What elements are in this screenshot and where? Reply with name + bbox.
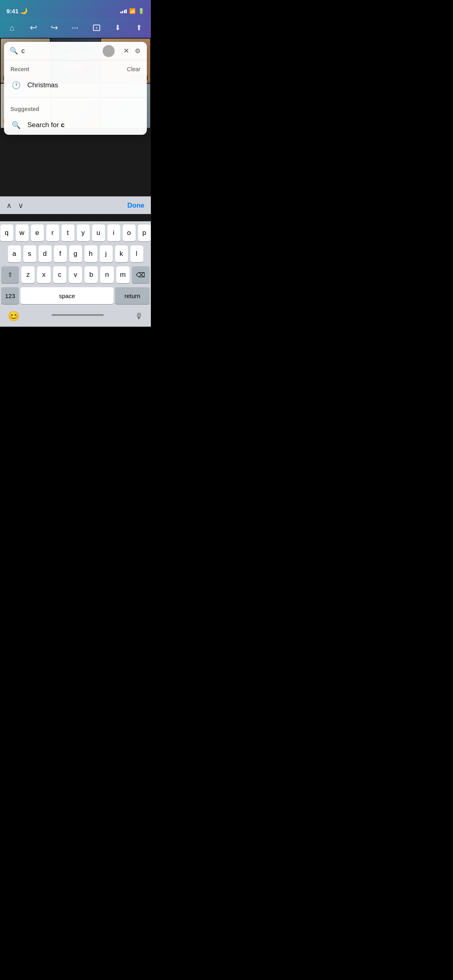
key-s[interactable]: s — [23, 245, 36, 262]
key-j[interactable]: j — [100, 245, 113, 262]
key-t[interactable]: t — [62, 224, 74, 241]
key-e[interactable]: e — [31, 224, 44, 241]
browser-toolbar: ⌂ ↩ ↪ ••• 2 ⬇ ⬆ — [0, 18, 151, 38]
wifi-icon: 📶 — [129, 8, 136, 14]
moon-icon: 🌙 — [20, 7, 28, 14]
key-z[interactable]: z — [21, 266, 35, 283]
share-button[interactable]: ⬆ — [132, 21, 146, 35]
search-suggested-icon: 🔍 — [10, 119, 22, 131]
clock-icon: 🕐 — [10, 80, 22, 91]
key-g[interactable]: g — [69, 245, 82, 262]
back-button[interactable]: ↩ — [26, 21, 41, 35]
key-o[interactable]: o — [123, 224, 136, 241]
more-button[interactable]: ••• — [68, 21, 83, 35]
shift-button[interactable]: ⇧ — [1, 266, 19, 283]
status-bar: 9:41 🌙 📶 🔋 — [0, 0, 151, 18]
recent-header: Recent Clear — [4, 60, 147, 76]
key-c[interactable]: c — [53, 266, 66, 283]
nav-up-button[interactable]: ∧ — [6, 201, 12, 210]
avatar — [103, 45, 115, 57]
tabs-button[interactable]: 2 — [89, 21, 104, 35]
microphone-button[interactable]: 🎙 — [135, 312, 143, 321]
home-button[interactable]: ⌂ — [5, 21, 19, 35]
key-i[interactable]: i — [107, 224, 120, 241]
main-area: 👑 PRO GROW YOURFOLLOWING read more read … — [0, 38, 151, 327]
suggested-header: Suggested — [4, 100, 147, 115]
clear-icon[interactable]: ✕ — [122, 47, 131, 55]
return-button[interactable]: return — [115, 287, 150, 304]
search-icon: 🔍 — [10, 47, 18, 55]
forward-button[interactable]: ↪ — [47, 21, 62, 35]
delete-button[interactable]: ⌫ — [132, 266, 150, 283]
key-d[interactable]: d — [39, 245, 51, 262]
clear-button[interactable]: Clear — [127, 66, 140, 72]
done-button[interactable]: Done — [128, 202, 145, 210]
home-indicator — [51, 314, 104, 316]
recent-item-label: Christmas — [27, 81, 58, 89]
space-button[interactable]: space — [21, 287, 113, 304]
signal-icon — [120, 8, 127, 13]
key-v[interactable]: v — [69, 266, 82, 283]
key-u[interactable]: u — [92, 224, 105, 241]
key-k[interactable]: k — [115, 245, 128, 262]
key-r[interactable]: r — [46, 224, 59, 241]
recent-item-christmas[interactable]: 🕐 Christmas — [4, 76, 147, 95]
key-n[interactable]: n — [100, 266, 113, 283]
key-x[interactable]: x — [37, 266, 50, 283]
suggested-item-label: Search for c — [27, 121, 65, 129]
key-f[interactable]: f — [54, 245, 67, 262]
recent-label: Recent — [10, 66, 29, 72]
battery-icon: 🔋 — [138, 8, 144, 14]
status-time: 9:41 🌙 — [6, 7, 28, 14]
filter-icon[interactable]: ⚙ — [134, 47, 141, 55]
key-q[interactable]: q — [0, 224, 13, 241]
key-m[interactable]: m — [116, 266, 130, 283]
nav-down-button[interactable]: ∨ — [18, 201, 23, 210]
key-b[interactable]: b — [84, 266, 98, 283]
suggested-item-search[interactable]: 🔍 Search for c — [4, 115, 147, 135]
key-h[interactable]: h — [84, 245, 97, 262]
numbers-button[interactable]: 123 — [1, 287, 19, 304]
keyboard-row-2: a s d f g h j k l — [1, 245, 150, 262]
suggested-label: Suggested — [10, 106, 39, 112]
divider — [4, 97, 147, 98]
key-l[interactable]: l — [130, 245, 143, 262]
search-overlay: 🔍 ✕ ⚙ Recent Clear 🕐 Christmas Suggested… — [4, 42, 147, 135]
keyboard-toolbar: ∧ ∨ Done — [0, 196, 151, 214]
emoji-row: 😊 🎙 — [1, 308, 150, 325]
key-y[interactable]: y — [77, 224, 90, 241]
time-label: 9:41 — [6, 8, 19, 14]
tabs-icon: 2 — [93, 25, 100, 31]
key-a[interactable]: a — [8, 245, 21, 262]
keyboard-row-4: 123 space return — [1, 287, 150, 304]
status-icons: 📶 🔋 — [120, 8, 145, 14]
emoji-button[interactable]: 😊 — [8, 311, 20, 322]
key-p[interactable]: p — [138, 224, 151, 241]
keyboard: q w e r t y u i o p a s d f g h j k l ⇧ … — [0, 221, 151, 327]
download-button[interactable]: ⬇ — [111, 21, 125, 35]
keyboard-row-1: q w e r t y u i o p — [1, 224, 150, 241]
key-w[interactable]: w — [16, 224, 29, 241]
keyboard-row-3: ⇧ z x c v b n m ⌫ — [1, 266, 150, 283]
search-bar: 🔍 ✕ ⚙ — [4, 42, 147, 60]
keyboard-nav: ∧ ∨ — [6, 201, 23, 210]
